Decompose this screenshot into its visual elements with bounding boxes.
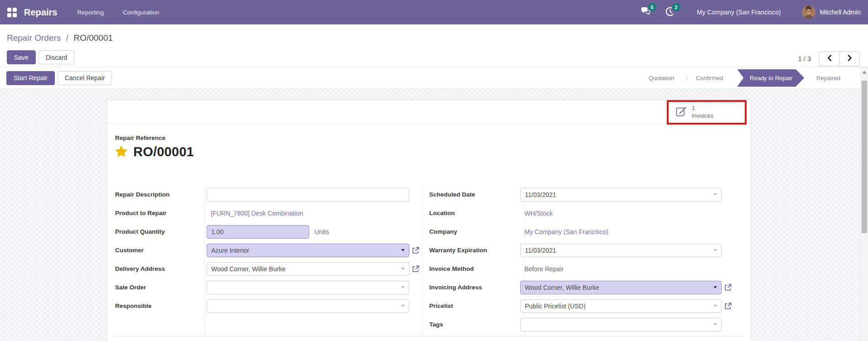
caret-down-icon [713,249,717,251]
invoices-label: Invoices [692,112,713,120]
scheduled-date-label: Scheduled Date [429,191,520,198]
customer-label: Customer [115,247,207,254]
apps-menu-icon[interactable] [7,8,17,17]
activity-clock-icon [665,10,675,18]
title-block: Repair Reference RO/00001 [115,134,194,159]
pager: 1 / 3 [798,51,860,66]
top-navbar: Repairs Reporting Configuration 5 2 My C… [0,0,868,24]
caret-down-icon [401,305,405,307]
invoice-method-label: Invoice Method [429,265,520,272]
breadcrumb: Repair Orders / RO/00001 [7,33,113,43]
warranty-expiration-input[interactable]: 11/03/2021 [520,244,722,257]
breadcrumb-repair-orders[interactable]: Repair Orders [7,33,61,43]
step-separator-icon [682,75,688,81]
tags-label: Tags [429,321,520,328]
status-step-confirmed[interactable]: Confirmed [688,75,731,82]
product-quantity-input[interactable] [207,225,309,239]
invoices-stat-button[interactable]: 1 Invoices [669,102,745,123]
status-step-quotation[interactable]: Quotation [641,75,682,82]
repair-description-label: Repair Description [115,191,207,198]
invoices-count: 1 [692,105,695,112]
invoicing-address-label: Invoicing Address [429,284,520,291]
delivery-address-select[interactable]: Wood Corner, Willie Burke [207,262,409,276]
caret-down-icon [401,268,405,270]
location-value[interactable]: WH/Stock [524,210,553,217]
scrollbar-thumb[interactable] [862,81,867,233]
sale-order-select[interactable] [207,281,409,294]
left-field-group: Repair Description Product to Repair [FU… [115,185,422,336]
company-label: Company [429,228,520,235]
invoicing-address-select[interactable]: Wood Corner, Willie Burke [520,281,722,294]
caret-down-icon [401,249,405,251]
annotation-red-box: 1 Invoices [667,100,747,125]
delivery-address-external-link-icon[interactable] [412,265,420,273]
pricelist-external-link-icon[interactable] [724,302,732,310]
pricelist-value: Public Pricelist (USD) [525,303,711,310]
repair-reference-label: Repair Reference [115,134,194,141]
menu-configuration[interactable]: Configuration [123,9,159,16]
chevron-right-icon [847,55,853,63]
vertical-scrollbar[interactable] [860,67,868,341]
statusbar: Start Repair Cancel Repair Quotation Con… [0,67,868,89]
company-switcher[interactable]: My Company (San Francisco) [697,9,781,16]
scroll-up-arrow-icon[interactable] [862,71,867,74]
cancel-repair-button[interactable]: Cancel Repair [58,71,112,85]
pager-value: 1 / 3 [798,55,811,62]
delivery-address-value: Wood Corner, Willie Burke [211,265,398,273]
button-box: 1 Invoices [107,100,751,124]
product-to-repair-value[interactable]: [FURN_7800] Desk Combination [211,210,303,217]
user-avatar[interactable] [802,5,815,19]
company-value[interactable]: My Company (San Francisco) [524,228,608,235]
caret-down-icon [713,305,717,307]
chevron-left-icon [827,55,832,63]
tags-select[interactable] [520,318,722,331]
app-name[interactable]: Repairs [24,7,57,18]
location-label: Location [429,210,520,216]
content-background: 1 Invoices Repair Reference RO/00001 Rep… [0,89,868,341]
discard-button[interactable]: Discard [39,50,74,64]
repair-description-input[interactable] [207,188,409,202]
messages-button[interactable]: 5 [640,6,651,18]
chat-bubble-icon [640,10,651,18]
customer-external-link-icon[interactable] [412,246,420,255]
pricelist-select[interactable]: Public Pricelist (USD) [520,299,722,313]
caret-down-icon [713,286,717,288]
scheduled-date-input[interactable]: 11/03/2021 [520,188,722,202]
status-step-repaired[interactable]: Repaired [809,75,848,82]
favorite-star-icon[interactable] [115,145,127,159]
pricelist-label: Pricelist [429,303,520,309]
caret-down-icon [401,286,405,288]
product-quantity-uom: Units [315,228,329,235]
invoicing-address-external-link-icon[interactable] [724,283,732,292]
product-to-repair-label: Product to Repair [115,210,207,216]
warranty-expiration-value: 11/03/2021 [525,247,711,254]
activities-count-badge: 2 [672,3,680,11]
repair-reference-value[interactable]: RO/00001 [133,144,194,159]
customer-select[interactable]: Azure Interior [207,244,409,257]
warranty-expiration-label: Warranty Expiration [429,247,520,254]
edit-pencil-icon [675,106,687,119]
scheduled-date-value: 11/03/2021 [525,191,711,198]
control-panel: Repair Orders / RO/00001 Save Discard 1 … [0,24,868,67]
pager-previous-button[interactable] [819,51,839,66]
caret-down-icon [713,323,717,326]
messages-count-badge: 5 [648,3,656,11]
product-quantity-label: Product Quantity [115,228,207,235]
menu-reporting[interactable]: Reporting [77,9,104,16]
breadcrumb-separator: / [66,33,68,43]
field-groups: Repair Description Product to Repair [FU… [115,185,743,336]
responsible-label: Responsible [115,303,207,309]
save-button[interactable]: Save [7,50,36,64]
status-pipeline: Quotation Confirmed Ready to Repair Repa… [641,69,848,87]
right-field-group: Scheduled Date 11/03/2021 Location WH/St… [422,185,743,336]
start-repair-button[interactable]: Start Repair [6,71,55,85]
user-menu[interactable]: Mitchell Admin [820,9,861,16]
pager-next-button[interactable] [839,51,860,66]
invoicing-address-value: Wood Corner, Willie Burke [525,284,711,291]
status-step-ready-to-repair[interactable]: Ready to Repair [737,69,804,87]
customer-value: Azure Interior [211,247,398,254]
activities-button[interactable]: 2 [665,6,675,19]
breadcrumb-current: RO/00001 [73,33,113,43]
responsible-select[interactable] [207,299,409,313]
caret-down-icon [713,193,717,196]
